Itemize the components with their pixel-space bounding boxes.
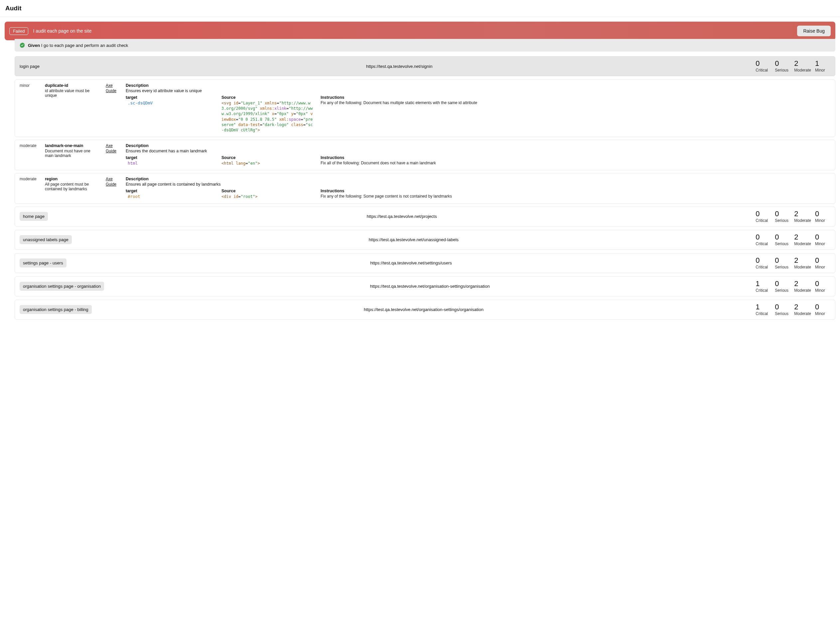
issue-severity: minor	[19, 83, 39, 133]
severity-counts: 0Critical 0Serious 2Moderate 1Minor	[756, 60, 830, 73]
issue-card: moderateregionAll page content must be c…	[15, 173, 835, 204]
target-label: target	[126, 156, 215, 160]
axe-link[interactable]: Axe	[106, 177, 120, 182]
instructions-label: Instructions	[320, 95, 830, 100]
page-url: https://test.qa.testevolve.net/signin	[48, 64, 750, 69]
issue-rule: regionAll page content must be contained…	[45, 177, 100, 199]
page-row[interactable]: unassigned labels pagehttps://test.qa.te…	[15, 230, 835, 250]
given-text: Given I go to each page and perform an a…	[28, 43, 128, 48]
page-url: https://test.qa.testevolve.net/settings/…	[72, 261, 751, 266]
source-code: <html lang="en">	[222, 160, 314, 166]
axe-link[interactable]: Axe	[106, 83, 120, 89]
instructions-text: Fix all of the following: Document does …	[320, 160, 830, 165]
page-url: https://test.qa.testevolve.net/projects	[53, 214, 750, 219]
issue-rule: duplicate-idid attribute value must be u…	[45, 83, 100, 133]
severity-counts: 1Critical0Serious2Moderate0Minor	[756, 280, 830, 293]
issue-severity: moderate	[19, 143, 39, 166]
instructions-text: Fix any of the following: Document has m…	[320, 101, 830, 105]
description-text: Ensures every id attribute value is uniq…	[126, 89, 830, 93]
status-banner: Failed I audit each page on the site Rai…	[5, 22, 835, 40]
description-label: Description	[126, 143, 830, 148]
instructions-label: Instructions	[320, 189, 830, 193]
severity-counts: 1Critical0Serious2Moderate0Minor	[756, 303, 830, 316]
scenario-title: I audit each page on the site	[33, 28, 91, 34]
source-label: Source	[222, 95, 314, 100]
guide-link[interactable]: Guide	[106, 89, 120, 94]
page-name: organisation settings page - billing	[19, 305, 92, 314]
source-label: Source	[222, 189, 314, 193]
target-label: target	[126, 95, 215, 100]
page-row[interactable]: organisation settings page - organisatio…	[15, 276, 835, 297]
target-label: target	[126, 189, 215, 193]
source-label: Source	[222, 156, 314, 160]
instructions-text: Fix any of the following: Some page cont…	[320, 194, 830, 199]
page-title: Audit	[0, 0, 840, 17]
page-url: https://test.qa.testevolve.net/unassigne…	[77, 237, 751, 242]
page-row[interactable]: organisation settings page - billinghttp…	[15, 300, 835, 320]
description-label: Description	[126, 177, 830, 181]
status-badge: Failed	[9, 27, 28, 35]
guide-link[interactable]: Guide	[106, 182, 120, 187]
target-selector: #root	[126, 194, 215, 199]
raise-bug-button[interactable]: Raise Bug	[797, 26, 831, 36]
description-text: Ensures all page content is contained by…	[126, 182, 830, 186]
source-code: <div id="root">	[222, 194, 314, 199]
severity-counts: 0Critical0Serious2Moderate0Minor	[756, 210, 830, 223]
issue-rule: landmark-one-mainDocument must have one …	[45, 143, 100, 166]
severity-counts: 0Critical0Serious2Moderate0Minor	[756, 233, 830, 246]
issue-card: moderatelandmark-one-mainDocument must h…	[15, 140, 835, 170]
page-row[interactable]: home pagehttps://test.qa.testevolve.net/…	[15, 207, 835, 227]
instructions-label: Instructions	[320, 156, 830, 160]
page-name: login page	[19, 62, 43, 71]
page-name: settings page - users	[19, 258, 66, 268]
issue-severity: moderate	[19, 177, 39, 199]
guide-link[interactable]: Guide	[106, 149, 120, 154]
severity-counts: 0Critical0Serious2Moderate0Minor	[756, 257, 830, 269]
page-url: https://test.qa.testevolve.net/organisat…	[97, 307, 751, 312]
page-name: home page	[19, 212, 48, 221]
page-row-expanded[interactable]: login page https://test.qa.testevolve.ne…	[15, 56, 835, 76]
issue-card: minorduplicate-idid attribute value must…	[15, 79, 835, 137]
description-text: Ensures the document has a main landmark	[126, 149, 830, 153]
page-name: organisation settings page - organisatio…	[19, 282, 104, 291]
target-selector: .sc-dsQDmV	[126, 101, 215, 105]
axe-link[interactable]: Axe	[106, 143, 120, 149]
page-row[interactable]: settings page - usershttps://test.qa.tes…	[15, 253, 835, 273]
target-selector: html	[126, 160, 215, 165]
page-name: unassigned labels page	[19, 235, 72, 244]
given-step: Given I go to each page and perform an a…	[15, 39, 835, 52]
source-code: <svg id="Layer_1" xmlns="http://www.w3.o…	[222, 101, 314, 133]
check-seal-icon	[19, 42, 25, 48]
description-label: Description	[126, 83, 830, 88]
page-url: https://test.qa.testevolve.net/organisat…	[109, 284, 750, 289]
